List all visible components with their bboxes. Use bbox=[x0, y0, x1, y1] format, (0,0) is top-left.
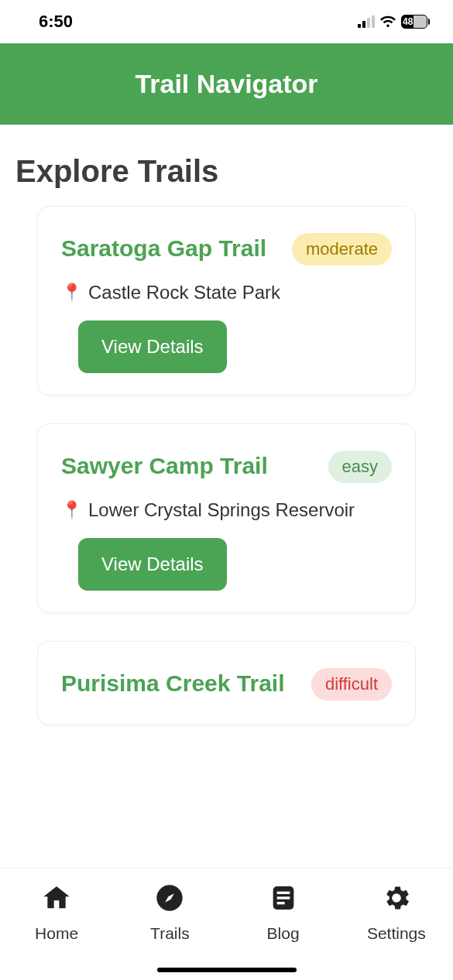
cellular-icon bbox=[358, 15, 375, 28]
tab-label: Blog bbox=[267, 924, 300, 943]
status-time: 6:50 bbox=[39, 12, 73, 32]
view-details-button[interactable]: View Details bbox=[78, 320, 227, 373]
location-text: Lower Crystal Springs Reservoir bbox=[88, 499, 355, 521]
battery-percent: 48 bbox=[402, 15, 414, 28]
difficulty-badge: moderate bbox=[292, 233, 392, 266]
gear-icon bbox=[381, 882, 412, 917]
trail-name: Sawyer Camp Trail bbox=[61, 446, 268, 485]
trail-location: 📍 Lower Crystal Springs Reservoir bbox=[61, 499, 392, 521]
app-title: Trail Navigator bbox=[135, 69, 317, 99]
trail-name: Saratoga Gap Trail bbox=[61, 228, 266, 268]
svg-rect-4 bbox=[276, 902, 284, 904]
svg-rect-2 bbox=[276, 892, 290, 894]
svg-rect-3 bbox=[276, 896, 290, 899]
content: Explore Trails Saratoga Gap Trail modera… bbox=[0, 125, 453, 868]
tab-label: Settings bbox=[367, 924, 426, 943]
difficulty-badge: easy bbox=[328, 451, 392, 483]
tab-settings[interactable]: Settings bbox=[350, 882, 443, 943]
trail-location: 📍 Castle Rock State Park bbox=[61, 282, 392, 303]
card-top: Purisima Creek Trail difficult bbox=[61, 663, 392, 703]
trail-card: Sawyer Camp Trail easy 📍 Lower Crystal S… bbox=[37, 423, 416, 613]
trail-card: Saratoga Gap Trail moderate 📍 Castle Roc… bbox=[37, 206, 416, 396]
pin-icon: 📍 bbox=[61, 283, 82, 303]
status-right: 48 bbox=[358, 15, 430, 29]
pin-icon: 📍 bbox=[61, 500, 82, 520]
difficulty-badge: difficult bbox=[311, 668, 392, 701]
view-details-button[interactable]: View Details bbox=[78, 538, 227, 591]
home-icon bbox=[41, 882, 72, 917]
trail-name: Purisima Creek Trail bbox=[61, 663, 285, 703]
app-header: Trail Navigator bbox=[0, 43, 453, 125]
battery-icon: 48 bbox=[401, 15, 430, 29]
wifi-icon bbox=[379, 15, 396, 28]
card-top: Sawyer Camp Trail easy bbox=[61, 446, 392, 485]
card-top: Saratoga Gap Trail moderate bbox=[61, 228, 392, 268]
trail-card: Purisima Creek Trail difficult bbox=[37, 641, 416, 725]
tab-label: Trails bbox=[150, 924, 190, 943]
status-bar: 6:50 48 bbox=[0, 0, 453, 43]
tab-label: Home bbox=[35, 924, 78, 943]
page-title: Explore Trails bbox=[15, 154, 438, 189]
compass-icon bbox=[154, 882, 185, 917]
tab-bar: Home Trails Blog Settings bbox=[0, 868, 453, 980]
tab-home[interactable]: Home bbox=[10, 882, 103, 943]
document-icon bbox=[268, 882, 299, 917]
tab-trails[interactable]: Trails bbox=[123, 882, 216, 943]
home-indicator bbox=[157, 968, 297, 972]
location-text: Castle Rock State Park bbox=[88, 282, 280, 303]
tab-blog[interactable]: Blog bbox=[237, 882, 330, 943]
